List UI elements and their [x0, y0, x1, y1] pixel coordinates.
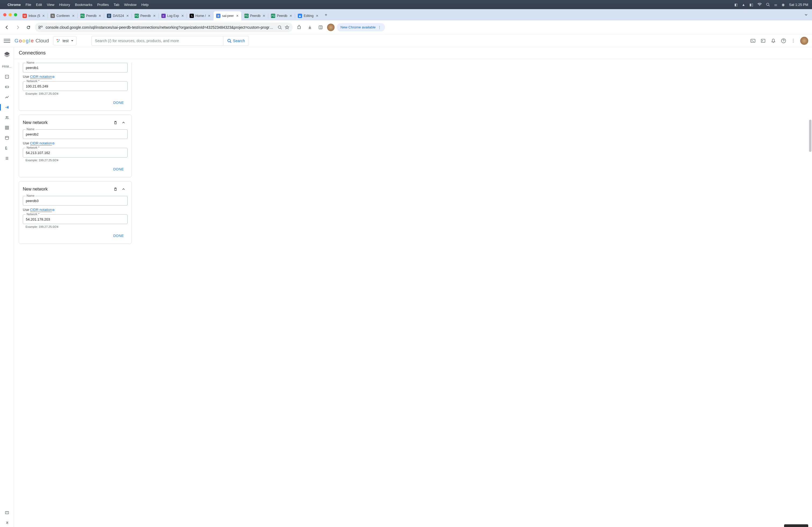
menu-profiles[interactable]: Profiles [97, 3, 109, 7]
delete-network-button[interactable] [112, 119, 119, 127]
sidepanel-icon[interactable] [316, 23, 325, 32]
chrome-more-icon[interactable]: ⋮ [378, 25, 381, 29]
rail-primary-label[interactable]: PRIM… [0, 62, 14, 71]
siri-icon[interactable]: ◉ [782, 3, 785, 7]
name-input[interactable] [23, 129, 128, 139]
network-input[interactable] [23, 81, 128, 91]
window-zoom-button[interactable] [14, 13, 17, 16]
tab-close-icon[interactable]: ✕ [42, 14, 45, 18]
browser-tab[interactable]: ≡Log Exp✕ [159, 11, 187, 20]
menu-history[interactable]: History [59, 3, 70, 7]
chrome-update-pill[interactable]: New Chrome available ⋮ [337, 23, 385, 31]
extensions-icon[interactable] [295, 23, 303, 32]
window-close-button[interactable] [3, 13, 6, 16]
collapse-button[interactable] [119, 185, 128, 193]
new-tab-button[interactable]: ＋ [322, 11, 330, 18]
rail-backups-icon[interactable] [0, 134, 14, 142]
google-cloud-logo[interactable]: GoogleCloud [14, 38, 49, 44]
tray-icon[interactable]: ▲ [742, 3, 745, 7]
tab-close-icon[interactable]: ✕ [262, 14, 266, 18]
wifi-icon[interactable] [757, 3, 762, 6]
network-input[interactable] [23, 148, 128, 157]
browser-tab[interactable]: ≣sai-peer✕ [214, 11, 241, 20]
menu-edit[interactable]: Edit [36, 3, 42, 7]
name-input[interactable] [23, 196, 128, 206]
menubar-app[interactable]: Chrome [8, 3, 21, 7]
rail-replicas-icon[interactable] [0, 144, 14, 152]
zoom-icon[interactable] [278, 25, 282, 30]
collapse-button[interactable] [119, 119, 128, 127]
cidr-link[interactable]: CIDR notation [30, 75, 52, 79]
rail-instances-icon[interactable] [0, 82, 14, 91]
tray-icon[interactable]: ◧ [735, 3, 738, 7]
gcp-account-avatar[interactable] [800, 37, 808, 45]
omnibox[interactable]: console.cloud.google.com/sql/instances/s… [35, 22, 293, 32]
site-info-icon[interactable] [38, 25, 43, 30]
bottom-pager [784, 524, 808, 527]
name-input[interactable] [23, 63, 128, 73]
bookmark-star-icon[interactable] [285, 25, 289, 30]
browser-tab[interactable]: DDAIS24✕ [104, 11, 131, 20]
tab-close-icon[interactable]: ✕ [98, 14, 102, 18]
help-icon[interactable] [781, 38, 786, 44]
browser-tab[interactable]: PDPeerdb✕ [242, 11, 268, 20]
tab-close-icon[interactable]: ✕ [315, 14, 319, 18]
control-center-icon[interactable]: ⚌ [774, 3, 777, 7]
tab-close-icon[interactable]: ✕ [181, 14, 185, 18]
menu-help[interactable]: Help [142, 3, 149, 7]
menubar-clock[interactable]: Sat 1:25 PM [789, 3, 808, 7]
tab-close-icon[interactable]: ✕ [126, 14, 129, 18]
tab-close-icon[interactable]: ✕ [207, 14, 211, 18]
browser-tab[interactable]: 𝕏Home /✕ [187, 11, 214, 20]
tab-close-icon[interactable]: ✕ [235, 14, 239, 18]
menu-window[interactable]: Window [124, 3, 136, 7]
profile-avatar[interactable] [327, 24, 335, 31]
menu-bookmarks[interactable]: Bookmarks [75, 3, 92, 7]
cidr-link[interactable]: CIDR notation [30, 208, 52, 212]
menu-tab[interactable]: Tab [114, 3, 119, 7]
battery-icon[interactable]: ▮▯ [750, 3, 753, 7]
browser-tab[interactable]: PDPeerdb✕ [77, 11, 104, 20]
tab-close-icon[interactable]: ✕ [71, 14, 75, 18]
browser-tab[interactable]: ◆Editing✕ [295, 11, 321, 20]
rail-users-icon[interactable] [0, 113, 14, 122]
browser-tab[interactable]: PDPeerdb✕ [268, 11, 295, 20]
browser-tab[interactable]: NConferen✕ [48, 11, 77, 20]
menu-view[interactable]: View [47, 3, 54, 7]
back-button[interactable] [3, 23, 11, 32]
window-minimize-button[interactable] [9, 13, 12, 16]
browser-tab[interactable]: PDPeerdb✕ [132, 11, 158, 20]
cidr-link[interactable]: CIDR notation [30, 141, 52, 146]
nav-menu-button[interactable] [4, 37, 10, 44]
browser-tab[interactable]: MInbox (5✕ [20, 11, 47, 20]
menu-file[interactable]: File [26, 3, 31, 7]
gcp-search-input[interactable]: Search (/) for resources, docs, products… [91, 36, 223, 46]
gcp-search-button[interactable]: Search [223, 36, 249, 46]
cloud-shell-icon[interactable] [750, 38, 756, 44]
rail-overview-icon[interactable] [0, 73, 14, 81]
rail-operations-icon[interactable] [0, 154, 14, 163]
project-picker[interactable]: test [53, 36, 76, 45]
cloud-sql-product-icon[interactable] [3, 51, 11, 58]
network-input[interactable] [23, 214, 128, 224]
rail-marketplace-icon[interactable] [0, 508, 14, 517]
rail-monitoring-icon[interactable] [0, 93, 14, 102]
rail-databases-icon[interactable] [0, 123, 14, 132]
tab-close-icon[interactable]: ✕ [289, 14, 293, 18]
scrollbar-thumb[interactable] [809, 120, 811, 152]
downloads-icon[interactable] [306, 23, 314, 32]
done-button[interactable]: DONE [111, 166, 126, 173]
tabs-dropdown-button[interactable] [802, 11, 810, 18]
rail-expand-icon[interactable] [0, 518, 14, 527]
tab-close-icon[interactable]: ✕ [153, 14, 156, 18]
spotlight-icon[interactable] [766, 3, 770, 6]
delete-network-button[interactable] [112, 185, 119, 193]
done-button[interactable]: DONE [111, 232, 126, 239]
forward-button[interactable] [13, 23, 22, 32]
notifications-icon[interactable] [771, 38, 776, 44]
terminal-icon[interactable] [760, 38, 766, 44]
reload-button[interactable] [24, 23, 33, 32]
done-button[interactable]: DONE [111, 99, 126, 106]
rail-connections-icon[interactable] [0, 103, 14, 111]
more-icon[interactable]: ⋮ [791, 38, 795, 43]
